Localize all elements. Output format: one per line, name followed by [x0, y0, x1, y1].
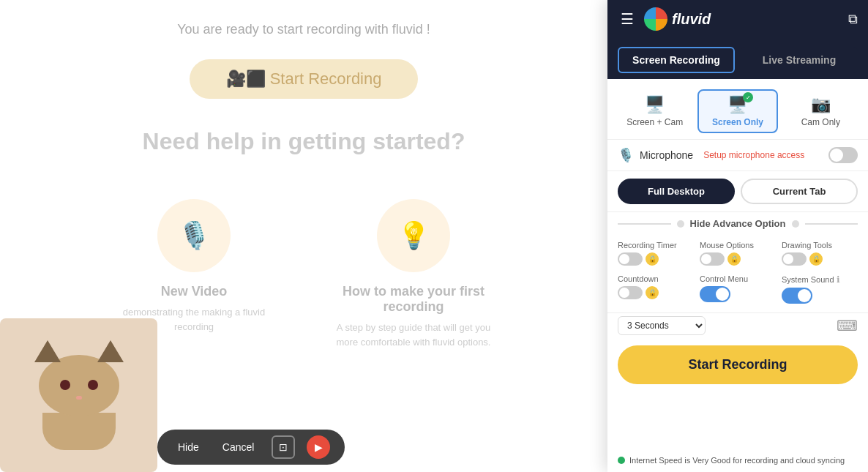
advanced-row: Hide Advance Option	[607, 212, 868, 235]
countdown-lock[interactable]: 🔒	[646, 286, 659, 299]
card-first-recording-title: How to make your first recording	[333, 284, 494, 315]
tab-live-streaming[interactable]: Live Streaming	[741, 47, 858, 73]
need-help-text: Need help in getting started?	[143, 128, 465, 155]
hamburger-menu-button[interactable]: ☰	[618, 7, 637, 31]
options-grid: Recording Timer 🔒 Mouse Options 🔒	[607, 235, 868, 313]
card-first-recording-icon: 💡	[377, 199, 450, 272]
cam-only-icon: 📷	[811, 95, 831, 113]
control-menu-control	[700, 286, 776, 302]
recording-timer-control: 🔒	[618, 252, 694, 266]
card-new-video: 🎙️ New Video demonstrating the making a …	[113, 199, 274, 334]
ready-text: You are ready to start recording with fl…	[177, 22, 430, 37]
card-new-video-title: New Video	[161, 284, 228, 299]
keyboard-icon[interactable]: ⌨	[837, 317, 858, 334]
mouse-options-toggle[interactable]	[700, 252, 725, 266]
mouse-options-label: Mouse Options	[700, 241, 776, 250]
cancel-button[interactable]: Cancel	[217, 438, 261, 456]
current-tab-button[interactable]: Current Tab	[741, 179, 858, 204]
advanced-dot-left	[677, 220, 684, 228]
drawing-tools-toggle[interactable]	[782, 252, 807, 266]
recording-timer-label: Recording Timer	[618, 241, 694, 250]
tab-row: Screen Recording Live Streaming	[607, 38, 868, 79]
tab-screen-recording[interactable]: Screen Recording	[618, 47, 735, 73]
mode-cam-only[interactable]: 📷 Cam Only	[781, 89, 861, 133]
mouse-options-lock[interactable]: 🔒	[727, 252, 741, 266]
bottom-bar: Hide Cancel ⊡ ▶	[157, 430, 345, 465]
recording-timer-toggle[interactable]	[618, 252, 643, 266]
control-menu-toggle[interactable]	[700, 286, 730, 302]
card-first-recording-desc: A step by step guide that will get you m…	[333, 321, 494, 349]
source-row: Full Desktop Current Tab	[607, 171, 868, 212]
panel-header: ☰ fluvid ⧉	[607, 0, 868, 38]
panel-body: 🖥️ Screen + Cam 🖥️ ✓ Screen Only 📷 Cam O…	[607, 79, 868, 472]
control-menu-option: Control Menu	[700, 274, 776, 304]
screen-plus-cam-label: Screen + Cam	[626, 117, 683, 127]
logo-icon	[644, 7, 667, 31]
bg-start-recording-button[interactable]: 🎥 ⬛ Start Recording	[190, 59, 419, 99]
mode-screen-plus-cam[interactable]: 🖥️ Screen + Cam	[615, 89, 695, 133]
advanced-label[interactable]: Hide Advance Option	[690, 218, 786, 229]
advanced-dot-right	[792, 220, 799, 228]
control-menu-label: Control Menu	[700, 274, 776, 283]
status-text: Internet Speed is Very Good for recordin…	[629, 456, 845, 465]
mic-toggle[interactable]	[828, 147, 858, 163]
countdown-toggle[interactable]	[618, 286, 643, 299]
recording-timer-lock[interactable]: 🔒	[646, 252, 659, 266]
hide-button[interactable]: Hide	[172, 438, 205, 456]
system-sound-control	[782, 288, 858, 304]
screenshot-icon[interactable]: ⊡	[272, 435, 295, 459]
status-bar: Internet Speed is Very Good for recordin…	[607, 450, 868, 472]
mic-row: 🎙️ Microphone Setup microphone access	[607, 140, 868, 171]
system-sound-toggle[interactable]	[782, 288, 812, 304]
system-sound-info-icon: ℹ	[837, 274, 840, 285]
mic-toggle-knob	[830, 149, 843, 162]
countdown-control: 🔒	[618, 286, 694, 299]
mic-label: Microphone	[640, 149, 693, 161]
recording-timer-option: Recording Timer 🔒	[618, 241, 694, 266]
advanced-line-right	[805, 223, 858, 225]
mouse-options-option: Mouse Options 🔒	[700, 241, 776, 266]
drawing-tools-control: 🔒	[782, 252, 858, 266]
drawing-tools-lock[interactable]: 🔒	[809, 252, 823, 266]
camera-icon: 🎥	[226, 70, 246, 89]
card-first-recording: 💡 How to make your first recording A ste…	[333, 199, 494, 349]
screen-only-label: Screen Only	[712, 117, 763, 127]
setup-mic-link[interactable]: Setup microphone access	[703, 150, 823, 160]
mode-row: 🖥️ Screen + Cam 🖥️ ✓ Screen Only 📷 Cam O…	[607, 79, 868, 140]
drawing-tools-label: Drawing Tools	[782, 241, 858, 250]
cat-overlay	[0, 318, 157, 472]
start-recording-button[interactable]: Start Recording	[618, 345, 858, 384]
advanced-line-left	[618, 223, 671, 225]
play-button[interactable]: ▶	[307, 435, 330, 459]
mouse-options-control: 🔒	[700, 252, 776, 266]
system-sound-option: System Sound ℹ	[782, 274, 858, 304]
cam-only-label: Cam Only	[801, 117, 840, 127]
screen-plus-cam-icon: 🖥️	[645, 95, 665, 113]
status-dot	[618, 457, 625, 464]
mode-screen-only[interactable]: 🖥️ ✓ Screen Only	[697, 89, 777, 133]
countdown-option: Countdown 🔒	[618, 274, 694, 304]
logo-text: fluvid	[672, 11, 711, 28]
card-new-video-icon: 🎙️	[157, 199, 231, 272]
system-sound-label: System Sound	[782, 275, 834, 284]
open-tab-icon[interactable]: ⧉	[848, 12, 858, 27]
countdown-label: Countdown	[618, 274, 694, 283]
full-desktop-button[interactable]: Full Desktop	[618, 179, 735, 204]
countdown-select[interactable]: 3 Seconds 5 Seconds 10 Seconds No Countd…	[618, 316, 706, 335]
countdown-select-row: 3 Seconds 5 Seconds 10 Seconds No Countd…	[607, 313, 868, 338]
selected-badge: ✓	[743, 92, 753, 102]
panel: ☰ fluvid ⧉ Screen Recording Live Streami…	[607, 0, 868, 472]
bg-start-label: ⬛ Start Recording	[246, 70, 382, 89]
fluvid-logo: fluvid	[644, 7, 841, 31]
mic-icon: 🎙️	[618, 147, 634, 163]
drawing-tools-option: Drawing Tools 🔒	[782, 241, 858, 266]
